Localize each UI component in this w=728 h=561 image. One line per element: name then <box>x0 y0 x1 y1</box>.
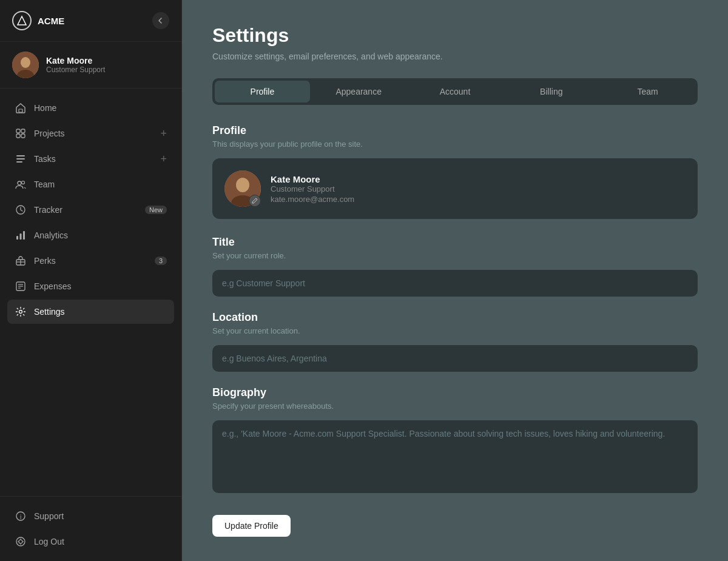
perks-badge: 3 <box>155 257 167 265</box>
svg-rect-14 <box>16 236 18 240</box>
profile-card: Kate Moore Customer Support kate.moore@a… <box>212 158 698 219</box>
svg-point-29 <box>19 540 22 543</box>
tab-team[interactable]: Team <box>600 81 695 102</box>
profile-avatar-wrap <box>224 170 261 207</box>
main-content: Settings Customize settings, email prefe… <box>182 0 728 561</box>
tasks-add-icon[interactable]: + <box>160 153 167 164</box>
logo-icon <box>12 11 32 30</box>
title-section-desc: Set your current role. <box>212 251 698 260</box>
sidebar-item-label: Home <box>34 103 56 113</box>
location-section: Location Set your current location. <box>212 311 698 372</box>
settings-icon <box>15 306 27 318</box>
support-icon: i <box>15 510 27 522</box>
svg-point-35 <box>236 178 249 192</box>
sidebar-item-perks[interactable]: Perks 3 <box>7 249 174 273</box>
sidebar-item-support[interactable]: i Support <box>7 504 174 528</box>
svg-rect-5 <box>21 129 25 133</box>
tab-profile[interactable]: Profile <box>215 81 310 102</box>
sidebar-user: Kate Moore Customer Support <box>0 42 181 89</box>
tab-billing[interactable]: Billing <box>504 81 599 102</box>
projects-icon <box>15 127 27 139</box>
sidebar-item-projects[interactable]: Projects + <box>7 121 174 146</box>
sidebar-item-label: Projects <box>34 129 65 138</box>
sidebar-nav: Home Projects + Tasks + <box>0 89 181 496</box>
profile-email: kate.moore@acme.com <box>271 195 354 204</box>
sidebar-item-label: Perks <box>34 256 56 266</box>
user-info: Kate Moore Customer Support <box>46 56 105 74</box>
sidebar-item-label: Tasks <box>34 154 56 164</box>
svg-rect-7 <box>21 134 25 138</box>
sidebar: ACME Kate Moore Customer Support <box>0 0 182 561</box>
sidebar-item-logout[interactable]: Log Out <box>7 529 174 554</box>
sidebar-item-home[interactable]: Home <box>7 96 174 120</box>
svg-rect-10 <box>16 161 22 163</box>
tab-account[interactable]: Account <box>408 81 503 102</box>
sidebar-item-tasks[interactable]: Tasks + <box>7 147 174 171</box>
analytics-icon <box>15 229 27 241</box>
update-profile-button[interactable]: Update Profile <box>212 515 291 537</box>
sidebar-item-settings[interactable]: Settings <box>7 300 174 324</box>
svg-rect-16 <box>23 231 25 240</box>
tracker-icon <box>15 204 27 216</box>
location-input[interactable] <box>212 345 698 372</box>
biography-textarea[interactable] <box>212 420 698 493</box>
tab-appearance[interactable]: Appearance <box>311 81 406 102</box>
profile-info: Kate Moore Customer Support kate.moore@a… <box>271 174 354 204</box>
profile-section-desc: This displays your public profile on the… <box>212 139 698 149</box>
profile-name: Kate Moore <box>271 174 354 184</box>
profile-role: Customer Support <box>271 184 354 193</box>
svg-point-24 <box>19 311 22 314</box>
biography-section-title: Biography <box>212 386 698 399</box>
logout-icon <box>15 536 27 548</box>
sidebar-user-name: Kate Moore <box>46 56 105 66</box>
location-section-title: Location <box>212 311 698 324</box>
tasks-icon <box>15 153 27 165</box>
sidebar-header: ACME <box>0 0 181 42</box>
svg-rect-15 <box>20 233 22 240</box>
sidebar-item-label: Tracker <box>34 205 62 215</box>
collapse-button[interactable] <box>152 12 169 29</box>
svg-rect-8 <box>16 155 25 156</box>
sidebar-logo: ACME <box>12 11 64 30</box>
svg-point-11 <box>18 181 21 185</box>
svg-rect-4 <box>16 129 20 133</box>
page-subtitle: Customize settings, email preferences, a… <box>212 52 698 61</box>
avatar-edit-button[interactable] <box>249 195 261 207</box>
svg-point-12 <box>22 181 25 184</box>
title-section-title: Title <box>212 236 698 249</box>
sidebar-item-label: Settings <box>34 307 65 317</box>
tabs-bar: Profile Appearance Account Billing Team <box>212 78 698 105</box>
perks-icon <box>15 255 27 267</box>
biography-section: Biography Specify your present whereabou… <box>212 386 698 495</box>
sidebar-user-role: Customer Support <box>46 66 105 74</box>
sidebar-support-label: Support <box>34 511 64 521</box>
svg-point-1 <box>21 57 30 68</box>
home-icon <box>15 102 27 114</box>
team-icon <box>15 178 27 190</box>
expenses-icon <box>15 280 27 292</box>
projects-add-icon[interactable]: + <box>160 128 167 139</box>
svg-rect-6 <box>16 134 20 138</box>
svg-text:i: i <box>20 514 21 520</box>
avatar <box>12 52 39 78</box>
title-section: Title Set your current role. <box>212 236 698 297</box>
sidebar-item-label: Expenses <box>34 281 71 291</box>
sidebar-item-label: Team <box>34 180 55 189</box>
biography-section-desc: Specify your present whereabouts. <box>212 401 698 411</box>
sidebar-item-team[interactable]: Team <box>7 172 174 197</box>
sidebar-logout-label: Log Out <box>34 537 64 546</box>
sidebar-footer: i Support Log Out <box>0 496 181 561</box>
page-title: Settings <box>212 24 698 47</box>
svg-rect-3 <box>19 109 22 112</box>
title-input[interactable] <box>212 270 698 297</box>
profile-section: Profile This displays your public profil… <box>212 124 698 219</box>
logo-text: ACME <box>38 16 64 26</box>
profile-section-title: Profile <box>212 124 698 137</box>
location-section-desc: Set your current location. <box>212 326 698 335</box>
sidebar-item-analytics[interactable]: Analytics <box>7 223 174 247</box>
sidebar-item-tracker[interactable]: Tracker New <box>7 198 174 222</box>
svg-rect-9 <box>16 158 25 160</box>
sidebar-item-expenses[interactable]: Expenses <box>7 274 174 298</box>
sidebar-item-label: Analytics <box>34 230 68 240</box>
tracker-new-badge: New <box>145 206 167 214</box>
